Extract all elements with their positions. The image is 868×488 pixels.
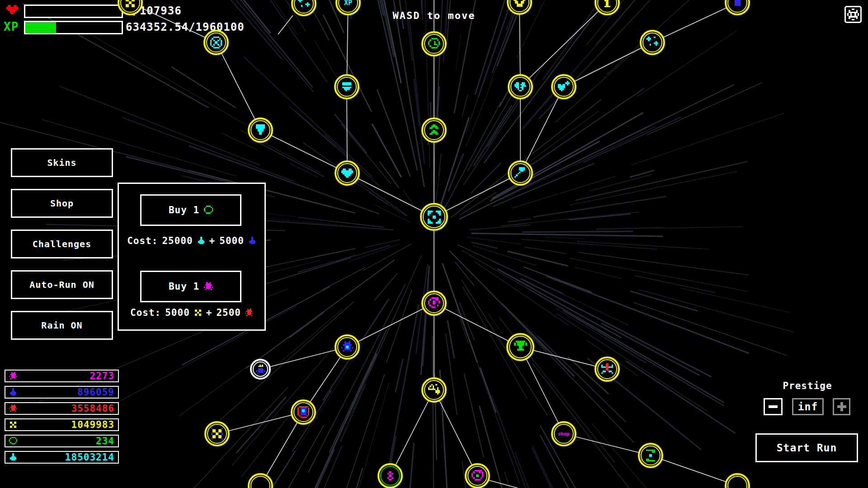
target-plus-icon	[472, 470, 483, 482]
menu-button-auto-run[interactable]: Auto-Run ON	[11, 270, 113, 299]
skill-node-trophy[interactable]	[506, 333, 534, 361]
skill-node-target-plus[interactable]	[465, 463, 490, 488]
prestige-plus-button[interactable]	[833, 398, 850, 415]
x-bug-icon	[211, 428, 223, 440]
skill-node-inner-ring	[253, 361, 268, 377]
menu-button-label: Auto-Run ON	[29, 279, 94, 290]
skill-node-inner-ring	[120, 0, 140, 13]
buy-cost-line: Cost: 25000 + 5000	[119, 235, 264, 246]
menu-button-challenges[interactable]: Challenges	[11, 230, 113, 258]
skill-node-heart-plus[interactable]	[551, 74, 576, 99]
trophy-icon	[514, 341, 527, 354]
skill-node-xp[interactable]: XP	[335, 0, 361, 15]
skill-node-branch[interactable]	[421, 377, 447, 403]
star-bug-icon	[384, 470, 396, 482]
menu-button-skins[interactable]: Skins	[11, 148, 113, 177]
gear-icon	[847, 9, 859, 20]
minus-icon	[769, 405, 778, 408]
skill-node-inner-ring	[337, 163, 357, 183]
menu-button-rain[interactable]: Rain ON	[11, 311, 113, 340]
skill-node-chevron-down[interactable]	[507, 0, 532, 15]
sparkles-icon	[646, 37, 658, 48]
clock-icon	[428, 38, 440, 50]
skill-node-bug-crown[interactable]	[250, 359, 271, 380]
skill-node-heart[interactable]	[335, 160, 360, 186]
skill-node-clock[interactable]	[421, 31, 447, 56]
resource-value: 1049983	[21, 419, 114, 430]
skill-node-inner-ring	[727, 0, 747, 13]
shield-bug-icon	[297, 406, 309, 418]
prestige-value: inf	[792, 398, 824, 415]
expand-arrows-icon	[428, 211, 441, 224]
skill-node-shield-bug[interactable]	[291, 399, 316, 425]
skill-node-shield[interactable]	[248, 117, 273, 143]
skill-node-dot-blue[interactable]	[725, 0, 750, 15]
sparkles-icon	[298, 0, 310, 9]
buy-1-ring-button[interactable]: Buy 1	[140, 194, 241, 226]
skill-node-circle-x[interactable]	[203, 30, 229, 55]
cyan-flask-icon	[9, 453, 17, 461]
rotate-icon	[428, 297, 440, 309]
skill-node-one[interactable]	[594, 0, 620, 15]
menu-button-label: Shop	[50, 198, 74, 209]
heart-plus-icon	[558, 81, 570, 93]
skill-node-bug-blue[interactable]	[335, 334, 360, 360]
skill-node-hammer[interactable]	[508, 160, 533, 186]
shield-icon	[255, 124, 266, 136]
skill-node-person[interactable]	[594, 357, 620, 382]
skill-node-chevrons-up[interactable]	[421, 117, 447, 143]
cost-amount: 5000	[165, 307, 190, 318]
x-icon	[124, 0, 136, 9]
menu-button-label: Skins	[47, 157, 76, 168]
skill-node-inner-ring	[424, 120, 444, 140]
start-run-button[interactable]: Start Run	[755, 433, 858, 462]
skill-node-sparkles[interactable]	[291, 0, 316, 16]
green-ring-icon	[9, 437, 17, 445]
skill-node-icon[interactable]	[248, 473, 273, 488]
skill-node-inner-ring	[250, 476, 270, 488]
shield-card-icon	[341, 81, 353, 93]
settings-button[interactable]	[844, 6, 862, 23]
menu-button-shop[interactable]: Shop	[11, 189, 113, 218]
skill-node-inner-ring	[207, 424, 227, 444]
cost-amount: 2500	[216, 307, 241, 318]
resource-value: 18503214	[21, 452, 114, 463]
skill-node-expand-arrows[interactable]	[420, 203, 448, 231]
buy-1-bug-button[interactable]: Buy 1	[140, 271, 241, 302]
skill-node-shield-card[interactable]	[334, 74, 359, 99]
bug-blue-icon	[341, 341, 353, 353]
skill-node-inner-ring	[642, 33, 662, 52]
broken-heart-icon	[514, 81, 526, 93]
skill-node-x-bug[interactable]	[204, 421, 230, 446]
skill-node-inner-ring	[510, 163, 530, 183]
skill-node-inner-ring	[250, 120, 270, 140]
skill-node-star-bug[interactable]	[377, 463, 403, 488]
skill-node-broken-heart[interactable]	[508, 74, 533, 99]
skill-node-shop[interactable]: shop	[551, 421, 576, 446]
branch-icon	[428, 384, 440, 396]
cost-amount: 5000	[219, 235, 244, 246]
magenta-bug-icon	[204, 282, 213, 291]
skill-node-icon[interactable]	[725, 473, 750, 488]
skill-node-inner-ring	[467, 466, 487, 486]
hammer-icon	[514, 167, 526, 179]
magenta-bug-icon	[9, 372, 17, 380]
prestige-minus-button[interactable]	[764, 398, 783, 415]
skill-node-x[interactable]	[118, 0, 143, 15]
skill-node-inner-ring	[509, 0, 529, 12]
skill-node-inner-ring	[293, 402, 313, 422]
buy-button-label: Buy 1	[169, 281, 199, 292]
blue-flask-icon	[248, 237, 256, 245]
skill-node-inner-ring: shop	[554, 424, 574, 444]
plus-text: +	[209, 235, 216, 246]
skill-node-rotate[interactable]	[421, 291, 447, 316]
skill-node-sparkles[interactable]	[640, 30, 665, 55]
resource-row-red-bug: 3558486	[5, 402, 119, 415]
game-screen: XPshop 0/107936 XP 634352.54/1960100 WAS…	[0, 0, 868, 488]
resource-row-cyan-flask: 18503214	[5, 451, 119, 464]
menu-button-label: Challenges	[33, 239, 91, 249]
prestige-label: Prestige	[764, 380, 851, 391]
skill-node-inner-ring	[423, 206, 445, 228]
skill-node-recycle[interactable]	[638, 443, 663, 468]
heart-icon	[341, 167, 353, 179]
